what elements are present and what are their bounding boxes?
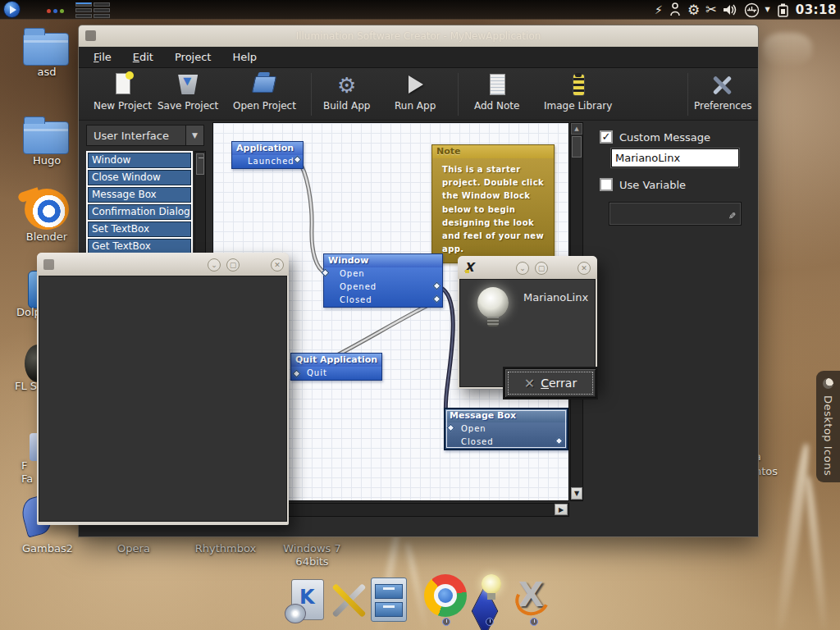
xorg-logo-icon: X	[464, 260, 474, 275]
add-note-button[interactable]: Add Note	[474, 73, 519, 112]
toolbar-label: Image Library	[544, 100, 612, 112]
clock[interactable]: 03:18	[796, 2, 837, 17]
menu-file[interactable]: File	[94, 51, 112, 63]
palette-item-window[interactable]: Window	[88, 153, 191, 168]
updates-gear-icon[interactable]: ⚙	[687, 3, 700, 17]
user-icon[interactable]	[669, 2, 682, 17]
palette-item-message-box[interactable]: Message Box	[88, 187, 191, 203]
menubar: File Edit Project Help	[79, 47, 758, 68]
note-block[interactable]: Note This is a starter project. Double c…	[431, 144, 555, 263]
desktop-icons-tab[interactable]: Desktop Icons	[816, 371, 840, 482]
run-app-button[interactable]: Run App	[395, 73, 436, 112]
toolbar-separator	[458, 73, 459, 116]
message-dialog[interactable]: X ⌄ ▢ ✕ MarianoLinx ✕ Cerrar	[458, 256, 597, 389]
variable-dropdown[interactable]: ✎	[609, 203, 741, 225]
block-port-row: Open	[324, 267, 442, 281]
app-logo-icon[interactable]	[3, 1, 21, 18]
scrollbar-thumb[interactable]	[572, 136, 582, 158]
open-project-icon	[252, 73, 276, 98]
build-app-button[interactable]: ⚙ Build App	[323, 73, 370, 112]
open-project-button[interactable]: Open Project	[233, 73, 296, 112]
custom-message-label: Custom Message	[619, 131, 710, 144]
file-cabinet-icon[interactable]	[371, 578, 407, 623]
blank-window-titlebar[interactable]: ⌄ ▢ ✕	[37, 253, 289, 276]
desktop-icon-label[interactable]: asd	[14, 66, 80, 79]
quit-application-block[interactable]: Quit Application Quit	[290, 353, 382, 381]
scroll-up-icon[interactable]: ▲	[571, 123, 582, 135]
menu-edit[interactable]: Edit	[133, 51, 153, 63]
edit-pencil-icon: ✎	[728, 211, 736, 221]
palette-scrollbar[interactable]	[194, 151, 206, 257]
battery-icon[interactable]	[776, 2, 790, 17]
message-box-block[interactable]: Message Box Open Closed	[444, 408, 568, 450]
application-block[interactable]: Application Launched	[231, 141, 304, 169]
desktop-icon-label[interactable]: Blender	[10, 231, 84, 244]
menu-project[interactable]: Project	[175, 51, 211, 63]
toolbar: New Project Save Project Open Project ⚙ …	[79, 68, 758, 121]
folder-icon[interactable]	[23, 121, 69, 154]
use-variable-label: Use Variable	[619, 179, 686, 191]
window-titlebar[interactable]: Illumination Software Creator - MyNewApp…	[79, 25, 758, 47]
new-project-icon	[111, 73, 135, 98]
scissors-icon[interactable]: ✂	[705, 3, 716, 16]
tools-icon[interactable]	[327, 579, 370, 623]
custom-message-input[interactable]	[611, 148, 739, 167]
volume-icon[interactable]	[723, 3, 738, 16]
cerrar-button[interactable]: ✕ Cerrar	[504, 368, 596, 398]
desktop-icon-label[interactable]: Rhythmbox	[185, 542, 267, 555]
window-title: Illumination Software Creator - MyNewApp…	[296, 30, 541, 42]
palette-item-confirmation-dialog[interactable]: Confirmation Dialog	[88, 204, 191, 220]
software-installer-icon[interactable]: K	[285, 578, 326, 623]
preferences-button[interactable]: Preferences	[694, 73, 752, 112]
top-panel: ⚡ ⚙ ✂ ▼ 03:18	[0, 0, 840, 20]
close-icon[interactable]: ✕	[271, 258, 284, 272]
folder-icon[interactable]	[23, 33, 69, 66]
illumination-bulb-icon[interactable]	[468, 573, 514, 622]
usb-icon[interactable]	[744, 2, 760, 18]
menu-help[interactable]: Help	[232, 51, 257, 63]
palette-item-close-window[interactable]: Close Window	[88, 170, 191, 185]
workspace-pager[interactable]	[75, 2, 110, 18]
new-project-button[interactable]: New Project	[94, 73, 152, 112]
note-text: This is a starter project. Double click …	[432, 158, 554, 262]
window-block[interactable]: Window Open Opened Closed	[323, 253, 443, 308]
block-category-dropdown[interactable]: User Interface ▼	[86, 125, 204, 146]
save-project-icon	[176, 73, 200, 98]
block-port-row: Closed	[324, 294, 442, 307]
chrome-icon[interactable]	[424, 574, 467, 617]
maximize-icon[interactable]: ▢	[226, 258, 240, 272]
image-library-button[interactable]: Image Library	[544, 73, 612, 112]
desktop-icon-label[interactable]: Windows 7 64bits	[273, 542, 351, 568]
save-project-button[interactable]: Save Project	[158, 73, 218, 112]
blank-app-window[interactable]: ⌄ ▢ ✕	[37, 253, 289, 525]
block-port-row: Closed	[445, 436, 567, 449]
close-icon[interactable]: ✕	[578, 262, 591, 275]
maximize-icon[interactable]: ▢	[535, 262, 548, 275]
toolbar-label: Build App	[323, 100, 370, 112]
minimize-icon[interactable]: ⌄	[208, 258, 221, 272]
xorg-icon[interactable]: X	[514, 576, 553, 620]
running-indicator	[530, 618, 538, 626]
running-indicator	[486, 618, 494, 626]
custom-message-checkbox[interactable]	[600, 130, 613, 144]
running-indicator	[442, 618, 450, 626]
desktop-icon-label[interactable]: Hugo	[14, 154, 80, 167]
window-icon	[85, 30, 96, 41]
scroll-down-icon[interactable]: ▼	[571, 487, 582, 500]
preferences-tools-icon	[710, 73, 735, 98]
dialog-titlebar[interactable]: X ⌄ ▢ ✕	[458, 256, 597, 279]
wheat-blur	[763, 33, 812, 66]
blender-icon[interactable]	[25, 189, 69, 230]
scrollbar-thumb[interactable]	[196, 153, 204, 175]
block-title: Window	[324, 254, 442, 267]
scroll-right-icon[interactable]: ▶	[555, 504, 568, 515]
tray-dropdown-arrow[interactable]: ▼	[765, 7, 770, 13]
palette-item-set-textbox[interactable]: Set TextBox	[88, 221, 191, 237]
use-variable-checkbox[interactable]	[600, 178, 613, 191]
notification-dot-green	[60, 9, 64, 13]
desktop-icon-label[interactable]: Opera	[109, 542, 158, 555]
toolbar-label: Save Project	[158, 100, 218, 112]
desktop-icon-label[interactable]: Gambas2	[15, 542, 80, 555]
minimize-icon[interactable]: ⌄	[516, 262, 529, 275]
power-icon[interactable]: ⚡	[655, 4, 663, 16]
